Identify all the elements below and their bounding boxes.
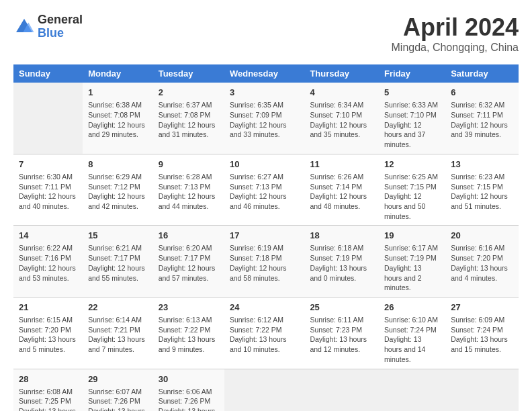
day-number: 21	[19, 302, 77, 314]
calendar-cell: 27Sunrise: 6:09 AMSunset: 7:24 PMDayligh…	[445, 297, 519, 369]
calendar-cell: 15Sunrise: 6:21 AMSunset: 7:17 PMDayligh…	[83, 226, 153, 298]
calendar-cell: 1Sunrise: 6:38 AMSunset: 7:08 PMDaylight…	[83, 83, 153, 154]
day-info: Sunrise: 6:17 AMSunset: 7:19 PMDaylight:…	[384, 243, 440, 292]
calendar-cell	[379, 369, 445, 411]
day-info: Sunrise: 6:32 AMSunset: 7:11 PMDaylight:…	[451, 100, 513, 140]
day-number: 12	[384, 158, 440, 171]
day-number: 24	[230, 302, 299, 314]
day-number: 6	[451, 87, 513, 99]
calendar-cell	[304, 369, 379, 411]
calendar-cell	[13, 83, 83, 154]
calendar-row-4: 28Sunrise: 6:08 AMSunset: 7:25 PMDayligh…	[13, 369, 519, 411]
day-info: Sunrise: 6:20 AMSunset: 7:17 PMDaylight:…	[159, 243, 219, 283]
title-block: April 2024 Mingda, Chongqing, China	[392, 13, 519, 54]
day-number: 15	[88, 230, 148, 242]
day-number: 25	[310, 302, 373, 314]
day-info: Sunrise: 6:26 AMSunset: 7:14 PMDaylight:…	[310, 172, 373, 212]
day-number: 19	[384, 230, 440, 242]
day-info: Sunrise: 6:28 AMSunset: 7:13 PMDaylight:…	[159, 172, 219, 212]
calendar-cell: 10Sunrise: 6:27 AMSunset: 7:13 PMDayligh…	[224, 154, 304, 226]
day-info: Sunrise: 6:19 AMSunset: 7:18 PMDaylight:…	[230, 243, 299, 283]
day-number: 27	[451, 302, 513, 314]
day-number: 5	[384, 87, 440, 99]
day-number: 17	[230, 230, 299, 242]
day-info: Sunrise: 6:18 AMSunset: 7:19 PMDaylight:…	[310, 243, 373, 283]
day-number: 10	[230, 158, 299, 171]
calendar-row-0: 1Sunrise: 6:38 AMSunset: 7:08 PMDaylight…	[13, 83, 519, 154]
day-info: Sunrise: 6:16 AMSunset: 7:20 PMDaylight:…	[451, 243, 513, 283]
day-number: 1	[88, 87, 148, 99]
calendar-cell: 16Sunrise: 6:20 AMSunset: 7:17 PMDayligh…	[153, 226, 224, 298]
calendar-cell: 9Sunrise: 6:28 AMSunset: 7:13 PMDaylight…	[153, 154, 224, 226]
weekday-header-row: SundayMondayTuesdayWednesdayThursdayFrid…	[13, 64, 519, 83]
calendar-cell: 26Sunrise: 6:10 AMSunset: 7:24 PMDayligh…	[379, 297, 445, 369]
calendar-cell: 19Sunrise: 6:17 AMSunset: 7:19 PMDayligh…	[379, 226, 445, 298]
day-number: 22	[88, 302, 148, 314]
day-info: Sunrise: 6:30 AMSunset: 7:11 PMDaylight:…	[19, 172, 77, 212]
page-title: April 2024	[392, 13, 519, 42]
calendar-cell: 14Sunrise: 6:22 AMSunset: 7:16 PMDayligh…	[13, 226, 83, 298]
day-info: Sunrise: 6:34 AMSunset: 7:10 PMDaylight:…	[310, 100, 373, 140]
day-info: Sunrise: 6:38 AMSunset: 7:08 PMDaylight:…	[88, 100, 148, 140]
logo-line2: Blue	[38, 27, 83, 40]
day-number: 11	[310, 158, 373, 171]
day-number: 4	[310, 87, 373, 99]
day-info: Sunrise: 6:09 AMSunset: 7:24 PMDaylight:…	[451, 315, 513, 355]
day-number: 14	[19, 230, 77, 242]
calendar-cell: 4Sunrise: 6:34 AMSunset: 7:10 PMDaylight…	[304, 83, 379, 154]
day-number: 2	[159, 87, 219, 99]
weekday-header-monday: Monday	[83, 64, 153, 83]
day-info: Sunrise: 6:13 AMSunset: 7:22 PMDaylight:…	[159, 315, 219, 355]
calendar-cell	[224, 369, 304, 411]
weekday-header-tuesday: Tuesday	[153, 64, 224, 83]
day-number: 7	[19, 158, 77, 171]
day-number: 16	[159, 230, 219, 242]
calendar-cell: 24Sunrise: 6:12 AMSunset: 7:22 PMDayligh…	[224, 297, 304, 369]
day-number: 30	[159, 373, 219, 385]
day-info: Sunrise: 6:23 AMSunset: 7:15 PMDaylight:…	[451, 172, 513, 212]
page-subtitle: Mingda, Chongqing, China	[392, 42, 519, 54]
calendar-cell	[445, 369, 519, 411]
calendar-cell: 8Sunrise: 6:29 AMSunset: 7:12 PMDaylight…	[83, 154, 153, 226]
calendar-row-3: 21Sunrise: 6:15 AMSunset: 7:20 PMDayligh…	[13, 297, 519, 369]
day-info: Sunrise: 6:15 AMSunset: 7:20 PMDaylight:…	[19, 315, 77, 355]
calendar-cell: 6Sunrise: 6:32 AMSunset: 7:11 PMDaylight…	[445, 83, 519, 154]
calendar-cell: 12Sunrise: 6:25 AMSunset: 7:15 PMDayligh…	[379, 154, 445, 226]
day-info: Sunrise: 6:29 AMSunset: 7:12 PMDaylight:…	[88, 172, 148, 212]
day-info: Sunrise: 6:10 AMSunset: 7:24 PMDaylight:…	[384, 315, 440, 364]
day-info: Sunrise: 6:07 AMSunset: 7:26 PMDaylight:…	[88, 387, 148, 411]
day-number: 28	[19, 373, 77, 385]
day-number: 18	[310, 230, 373, 242]
calendar-cell: 3Sunrise: 6:35 AMSunset: 7:09 PMDaylight…	[224, 83, 304, 154]
day-number: 29	[88, 373, 148, 385]
weekday-header-wednesday: Wednesday	[224, 64, 304, 83]
day-number: 9	[159, 158, 219, 171]
calendar-row-1: 7Sunrise: 6:30 AMSunset: 7:11 PMDaylight…	[13, 154, 519, 226]
calendar-cell: 17Sunrise: 6:19 AMSunset: 7:18 PMDayligh…	[224, 226, 304, 298]
logo: General Blue	[13, 13, 83, 40]
calendar-cell: 20Sunrise: 6:16 AMSunset: 7:20 PMDayligh…	[445, 226, 519, 298]
calendar-cell: 13Sunrise: 6:23 AMSunset: 7:15 PMDayligh…	[445, 154, 519, 226]
calendar-cell: 7Sunrise: 6:30 AMSunset: 7:11 PMDaylight…	[13, 154, 83, 226]
calendar-cell: 29Sunrise: 6:07 AMSunset: 7:26 PMDayligh…	[83, 369, 153, 411]
day-info: Sunrise: 6:22 AMSunset: 7:16 PMDaylight:…	[19, 243, 77, 283]
day-number: 20	[451, 230, 513, 242]
day-number: 3	[230, 87, 299, 99]
calendar-table: SundayMondayTuesdayWednesdayThursdayFrid…	[13, 64, 519, 411]
calendar-cell: 25Sunrise: 6:11 AMSunset: 7:23 PMDayligh…	[304, 297, 379, 369]
calendar-cell: 11Sunrise: 6:26 AMSunset: 7:14 PMDayligh…	[304, 154, 379, 226]
calendar-cell: 23Sunrise: 6:13 AMSunset: 7:22 PMDayligh…	[153, 297, 224, 369]
page-header: General Blue April 2024 Mingda, Chongqin…	[13, 13, 519, 54]
day-number: 8	[88, 158, 148, 171]
day-number: 13	[451, 158, 513, 171]
weekday-header-thursday: Thursday	[304, 64, 379, 83]
logo-line1: General	[38, 13, 83, 27]
calendar-row-2: 14Sunrise: 6:22 AMSunset: 7:16 PMDayligh…	[13, 226, 519, 298]
day-number: 23	[159, 302, 219, 314]
day-info: Sunrise: 6:12 AMSunset: 7:22 PMDaylight:…	[230, 315, 299, 355]
calendar-cell: 22Sunrise: 6:14 AMSunset: 7:21 PMDayligh…	[83, 297, 153, 369]
weekday-header-saturday: Saturday	[445, 64, 519, 83]
day-info: Sunrise: 6:27 AMSunset: 7:13 PMDaylight:…	[230, 172, 299, 212]
weekday-header-friday: Friday	[379, 64, 445, 83]
calendar-cell: 30Sunrise: 6:06 AMSunset: 7:26 PMDayligh…	[153, 369, 224, 411]
